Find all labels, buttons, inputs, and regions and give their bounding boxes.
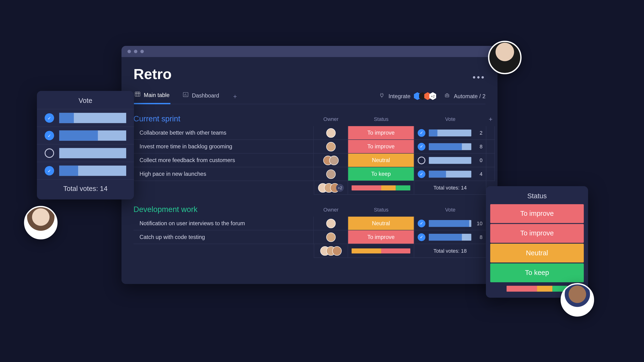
automate-label: Automate / 2	[454, 93, 486, 99]
empty-cell	[486, 126, 495, 140]
status-segment	[506, 286, 537, 292]
vote-count: 8	[475, 143, 482, 149]
vote-toggle[interactable]	[45, 148, 54, 158]
status-cell[interactable]: To improve	[348, 140, 414, 154]
item-name-cell[interactable]: Catch up with code testing	[134, 230, 314, 244]
status-cell[interactable]: To improve	[348, 126, 414, 140]
status-popup: Status To improveTo improveNeutralTo kee…	[486, 186, 588, 298]
table-row[interactable]: Collaborate better with other teamsTo im…	[134, 126, 486, 140]
status-option[interactable]: Neutral	[490, 244, 584, 263]
vote-cell[interactable]: 0	[414, 154, 486, 167]
window-control-icon	[134, 50, 138, 53]
status-option[interactable]: To improve	[490, 204, 584, 223]
column-header-owner: Owner	[314, 207, 348, 212]
vote-cell[interactable]: 4	[414, 167, 486, 181]
table-row[interactable]: Invest more time in backlog groomingTo i…	[134, 140, 486, 154]
vote-bar	[59, 113, 126, 123]
avatar	[326, 219, 336, 228]
vote-popup-row[interactable]	[37, 162, 134, 179]
vote-toggle[interactable]	[418, 129, 426, 137]
table-row[interactable]: High pace in new launchesTo keep4	[134, 167, 486, 181]
column-header-status: Status	[348, 207, 414, 212]
svg-point-3	[446, 95, 447, 96]
add-view-button[interactable]: +	[231, 92, 239, 100]
vote-cell[interactable]: 8	[414, 140, 486, 154]
integration-badge-overflow: +2	[430, 92, 436, 100]
presence-avatar	[561, 283, 594, 317]
owner-cell[interactable]	[314, 126, 348, 140]
group-name[interactable]: Development work	[134, 205, 314, 214]
empty-cell	[486, 167, 495, 181]
status-summary-cell	[348, 244, 414, 258]
vote-cell[interactable]: 2	[414, 126, 486, 140]
vote-toggle[interactable]	[418, 219, 426, 227]
group: Current sprintOwnerStatusVote+Collaborat…	[134, 114, 486, 195]
add-column-button[interactable]: +	[486, 115, 495, 123]
vote-toggle[interactable]	[418, 170, 426, 178]
robot-icon	[444, 92, 450, 100]
owner-cell[interactable]	[314, 167, 348, 181]
vote-count: 8	[475, 234, 482, 240]
owner-cell[interactable]	[314, 154, 348, 167]
status-cell[interactable]: To keep	[348, 167, 414, 181]
vote-bar	[59, 148, 126, 158]
column-header-status: Status	[348, 116, 414, 122]
tab-label: Main table	[144, 92, 170, 98]
board-window: ••• Retro Main table Dashboard +	[122, 46, 498, 284]
automate-button[interactable]: Automate / 2	[444, 92, 485, 100]
svg-rect-0	[135, 92, 140, 96]
avatar	[326, 142, 336, 151]
votes-total: Total votes: 14	[414, 181, 486, 195]
vote-popup-title: Vote	[37, 91, 134, 109]
vote-popup-total: Total votes: 14	[37, 179, 134, 194]
vote-cell[interactable]: 8	[414, 230, 486, 244]
vote-toggle[interactable]	[45, 113, 54, 123]
table-row[interactable]: Catch up with code testingTo improve8	[134, 230, 486, 244]
status-summary-cell	[348, 181, 414, 195]
vote-popup-row[interactable]	[37, 109, 134, 127]
status-cell[interactable]: Neutral	[348, 154, 414, 167]
item-name-cell[interactable]: Collaborate better with other teams	[134, 126, 314, 140]
status-option[interactable]: To improve	[490, 224, 584, 243]
item-name-cell[interactable]: Notification on user interviews to the f…	[134, 217, 314, 230]
view-tabs: Main table Dashboard + Integrate	[134, 88, 486, 104]
owner-overflow: +2	[336, 184, 344, 192]
status-cell[interactable]: To improve	[348, 230, 414, 244]
integrate-button[interactable]: Integrate +2	[378, 92, 436, 100]
column-header-owner: Owner	[314, 116, 348, 122]
owner-cell[interactable]	[314, 217, 348, 230]
table-row[interactable]: Collect more feedback from customersNeut…	[134, 154, 486, 167]
avatar	[329, 155, 338, 165]
status-cell[interactable]: Neutral	[348, 217, 414, 230]
group: Development workOwnerStatusVote+Notifica…	[134, 205, 486, 258]
vote-bar	[429, 143, 471, 150]
window-control-icon	[128, 50, 131, 53]
tab-main-table[interactable]: Main table	[134, 88, 170, 104]
item-name-cell[interactable]: Collect more feedback from customers	[134, 154, 314, 167]
vote-bar	[429, 171, 471, 177]
vote-toggle[interactable]	[418, 143, 426, 150]
group-summary: Total votes: 18	[134, 244, 486, 258]
item-name-cell[interactable]: High pace in new launches	[134, 167, 314, 181]
vote-popup-row[interactable]	[37, 127, 134, 144]
group-name[interactable]: Current sprint	[134, 114, 314, 123]
vote-popup-row[interactable]	[37, 144, 134, 162]
status-option[interactable]: To keep	[490, 263, 584, 282]
empty-cell	[486, 154, 495, 167]
item-name-cell[interactable]: Invest more time in backlog grooming	[134, 140, 314, 154]
avatar	[326, 128, 336, 137]
vote-toggle[interactable]	[45, 166, 54, 176]
vote-toggle[interactable]	[45, 131, 54, 140]
tab-dashboard[interactable]: Dashboard	[182, 89, 220, 103]
vote-toggle[interactable]	[418, 156, 426, 164]
board-title: Retro	[134, 65, 486, 82]
owner-summary	[314, 244, 348, 258]
owner-cell[interactable]	[314, 140, 348, 154]
avatar	[332, 246, 342, 256]
owner-cell[interactable]	[314, 230, 348, 244]
board-more-button[interactable]: •••	[472, 72, 485, 82]
vote-cell[interactable]: 10	[414, 217, 486, 230]
table-row[interactable]: Notification on user interviews to the f…	[134, 217, 486, 230]
vote-toggle[interactable]	[418, 233, 426, 241]
presence-avatar	[488, 41, 521, 74]
